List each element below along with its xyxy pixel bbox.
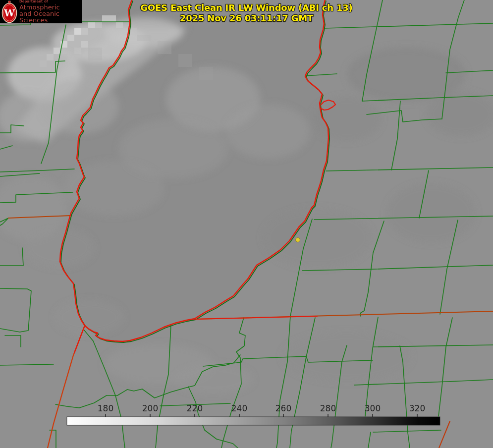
colorbar-tick-label: 180 [98, 403, 113, 413]
satellite-image-canvas: 180200220240260280300320 [0, 0, 493, 448]
department-line-2: and Oceanic Sciences [19, 10, 82, 24]
colorbar-tick-label: 280 [320, 403, 336, 413]
colorbar-tick-label: 260 [275, 403, 291, 413]
colorbar-tick-label: 240 [231, 403, 247, 413]
department-of-label: Department of [19, 0, 82, 3]
crest-letter: W [3, 7, 15, 18]
department-line-1: Atmospheric [19, 4, 82, 10]
uw-crest-icon: W [0, 0, 19, 23]
ir-background [0, 0, 493, 448]
satellite-viewer: 180200220240260280300320 W Department of… [0, 0, 493, 448]
department-name: Department of Atmospheric and Oceanic Sc… [19, 0, 82, 23]
uw-aos-banner: W Department of Atmospheric and Oceanic … [0, 0, 82, 23]
colorbar-gradient-bar [67, 417, 440, 425]
colorbar-tick-label: 300 [365, 403, 381, 413]
colorbar-tick-label: 200 [142, 403, 158, 413]
colorbar-tick-label: 320 [409, 403, 425, 413]
station-marker-dot [296, 238, 300, 242]
colorbar-tick-label: 220 [187, 403, 203, 413]
